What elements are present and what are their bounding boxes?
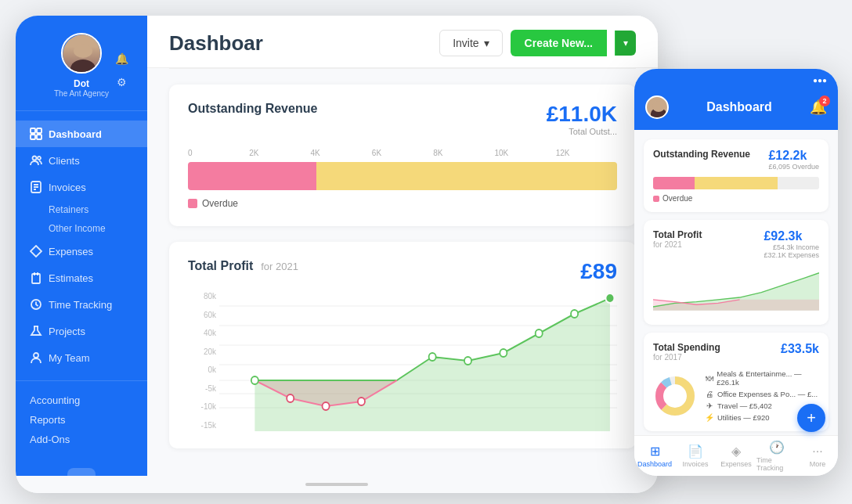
profit-card: Total Profit for 2021 £89 80k 60k 40k 20…: [169, 242, 636, 448]
svg-point-4: [33, 157, 37, 160]
svg-rect-1: [37, 128, 42, 133]
phone-profit-subtitle: for 2021: [653, 240, 702, 249]
create-new-dropdown-button[interactable]: ▾: [615, 31, 636, 56]
phone-nav-invoices-label: Invoices: [682, 460, 708, 468]
notification-icon[interactable]: 🔔: [113, 50, 130, 67]
phone-nav-dashboard-label: Dashboard: [637, 460, 672, 468]
sidebar-logo: F: [16, 459, 147, 476]
svg-rect-3: [37, 135, 42, 139]
phone-nav-dots-icon: ···: [812, 445, 822, 459]
chart-svg-wrap: [219, 290, 617, 431]
sidebar-item-invoices[interactable]: Invoices: [16, 174, 147, 200]
phone-nav-expenses[interactable]: ◈ Expenses: [716, 444, 756, 468]
svg-point-26: [251, 376, 258, 384]
phone-profit-income: £54.3k Income: [764, 243, 819, 251]
spending-row: 🍽 Meals & Entertainme... — £26.1k 🖨 Offi…: [653, 369, 819, 422]
profit-amount: £89: [580, 259, 617, 284]
phone-bottom-nav: ⊞ Dashboard 📄 Invoices ◈ Expenses 🕐 Time…: [634, 435, 838, 476]
sidebar-bottom: Accounting Reports Add-Ons: [16, 380, 147, 459]
phone-header-title: Dashboard: [706, 100, 772, 114]
svg-point-16: [34, 353, 38, 358]
office-icon: 🖨: [705, 389, 714, 398]
sidebar-item-my-team[interactable]: My Team: [16, 344, 147, 371]
user-name: Dot: [74, 78, 89, 89]
phone-nav-grid-icon: ⊞: [650, 444, 660, 459]
chart-y-labels: 80k 60k 40k 20k 0k -5k -10k -15k: [188, 290, 216, 431]
revenue-amount: £11.0K: [547, 102, 617, 127]
bar-axis: 0 2K 4K 6K 8K 10K 12K: [188, 149, 617, 157]
svg-point-33: [287, 394, 294, 402]
phone-nav-more[interactable]: ··· More: [797, 445, 838, 468]
svg-rect-2: [31, 135, 35, 139]
sidebar-item-label-retainers: Retainers: [49, 204, 88, 215]
phone-body: Outstanding Revenue £12.2k £6,095 Overdu…: [634, 130, 838, 435]
sidebar-reports[interactable]: Reports: [30, 410, 133, 430]
phone-profit-title: Total Profit: [653, 229, 702, 240]
sidebar-item-time-tracking[interactable]: Time Tracking: [16, 291, 147, 318]
svg-point-31: [571, 310, 578, 318]
person-icon: [30, 351, 42, 364]
sidebar-item-projects[interactable]: Projects: [16, 318, 147, 344]
bar-pending: [316, 162, 617, 190]
nav-items: Dashboard Clients Invoices: [16, 111, 147, 380]
phone-fab-button[interactable]: +: [797, 404, 825, 432]
svg-rect-0: [31, 128, 35, 133]
create-new-button[interactable]: Create New...: [511, 30, 607, 56]
phone-revenue-amount: £12.2k: [768, 149, 819, 163]
phone-nav-invoices[interactable]: 📄 Invoices: [675, 444, 716, 468]
spending-item-utilities-label: Utilities — £920: [717, 413, 770, 422]
phone-status-bar: ●●●: [634, 69, 838, 91]
sidebar-item-label-my-team: My Team: [49, 352, 90, 364]
phone-revenue-title: Outstanding Revenue: [653, 149, 750, 160]
sidebar-item-label-invoices: Invoices: [49, 182, 86, 193]
diamond-icon: [30, 245, 42, 257]
sidebar-accounting[interactable]: Accounting: [30, 391, 133, 410]
phone-revenue-overdue: £6,095 Overdue: [768, 163, 819, 171]
travel-icon: ✈: [705, 401, 714, 410]
meals-icon: 🍽: [705, 373, 713, 383]
phone-nav-time-tracking[interactable]: 🕐 Time Tracking: [756, 440, 797, 472]
sidebar-item-retainers[interactable]: Retainers: [16, 200, 147, 219]
sidebar-item-label-estimates: Estimates: [49, 272, 93, 284]
settings-icon[interactable]: ⚙: [113, 74, 130, 91]
sidebar-addons[interactable]: Add-Ons: [30, 430, 133, 449]
invite-button[interactable]: Invite ▾: [439, 30, 502, 56]
flask-icon: [30, 325, 42, 337]
users-icon: [30, 154, 42, 167]
user-agency: The Ant Agency: [54, 89, 109, 98]
sidebar-item-label-expenses: Expenses: [49, 246, 93, 257]
legend-overdue-label: Overdue: [202, 198, 238, 209]
phone-nav-file-icon: 📄: [688, 444, 703, 459]
phone-spending-amount: £33.5k: [781, 342, 819, 356]
phone-nav-dashboard[interactable]: ⊞ Dashboard: [634, 444, 675, 468]
utilities-icon: ⚡: [705, 412, 714, 422]
phone-stacked-bar: [653, 177, 819, 189]
phone-legend-label: Overdue: [662, 194, 692, 203]
page-title: Dashboar: [169, 31, 263, 56]
sidebar-item-dashboard[interactable]: Dashboard: [16, 121, 147, 147]
phone-header: Dashboard 🔔 2: [634, 91, 838, 130]
sidebar-item-clients[interactable]: Clients: [16, 147, 147, 174]
profit-card-subtitle: for 2021: [261, 261, 298, 272]
svg-point-5: [38, 157, 41, 160]
phone-nav-clock-icon: 🕐: [769, 440, 785, 455]
spending-item-meals: 🍽 Meals & Entertainme... — £26.1k: [705, 369, 819, 387]
file-text-icon: [30, 181, 42, 193]
spending-item-office: 🖨 Office Expenses & Po... — £...: [705, 389, 819, 398]
main-content: Dashboar Invite ▾ Create New... ▾: [147, 16, 658, 476]
phone-spending-subtitle: for 2017: [653, 353, 720, 362]
sidebar-item-label-other-income: Other Income: [49, 223, 106, 234]
bar-overdue: [188, 162, 316, 190]
svg-point-28: [464, 357, 471, 365]
sidebar-item-estimates[interactable]: Estimates: [16, 265, 147, 291]
sidebar-item-other-income[interactable]: Other Income: [16, 219, 147, 238]
main-body: Outstanding Revenue £11.0K Total Outst..…: [147, 69, 658, 476]
spending-item-travel-label: Travel — £5,402: [717, 401, 772, 410]
phone-profit-card: Total Profit for 2021 £92.3k £54.3k Inco…: [644, 220, 829, 325]
svg-marker-10: [31, 246, 42, 257]
sidebar-item-label-clients: Clients: [49, 155, 80, 167]
sidebar-item-expenses[interactable]: Expenses: [16, 238, 147, 265]
svg-point-27: [429, 353, 436, 361]
sidebar-profile: 🔔 ⚙ Dot The Ant Agency: [16, 16, 147, 111]
revenue-card-title: Outstanding Revenue: [188, 102, 317, 116]
